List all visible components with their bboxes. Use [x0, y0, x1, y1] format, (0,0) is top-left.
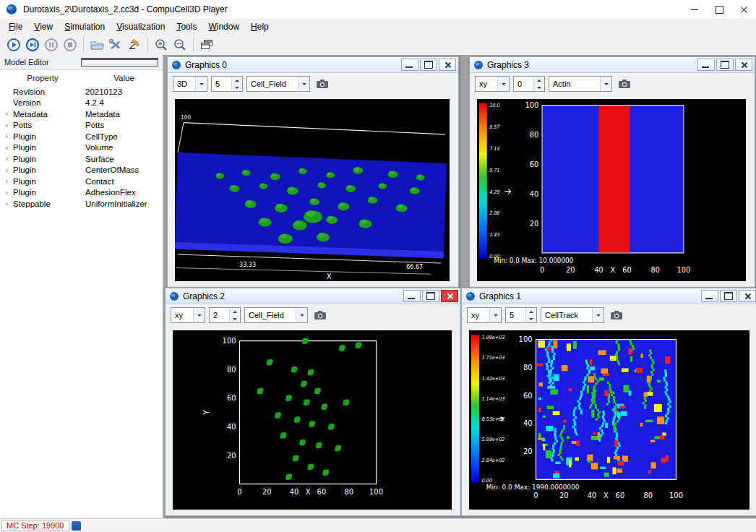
graphics-0-plot[interactable]: 10033.3366.67X: [168, 95, 458, 287]
expand-chevron-icon[interactable]: ›: [0, 144, 13, 152]
tree-column-headers: Property Value: [0, 70, 163, 86]
tree-row[interactable]: ›SteppableUniformInitializer: [0, 198, 163, 210]
chevron-down-icon: [497, 77, 509, 91]
colorbar: [471, 335, 479, 482]
tree-row[interactable]: ›PluginContact: [0, 176, 163, 187]
close-button[interactable]: [739, 290, 756, 302]
plane-spinner[interactable]: 0: [513, 76, 545, 92]
camera-button[interactable]: [312, 307, 329, 323]
expand-chevron-icon[interactable]: ›: [0, 189, 13, 197]
minimize-button[interactable]: [403, 290, 421, 302]
spinner-arrows[interactable]: [229, 308, 240, 322]
menu-help[interactable]: Help: [245, 20, 275, 33]
close-button[interactable]: [439, 59, 456, 71]
menu-simulation[interactable]: Simulation: [59, 20, 111, 33]
tile-windows-button[interactable]: [197, 36, 216, 53]
open-simulation-button[interactable]: [87, 36, 106, 53]
expand-chevron-icon[interactable]: ›: [0, 155, 13, 163]
minimize-button[interactable]: [682, 0, 707, 19]
x-tick-label: 0: [533, 492, 538, 499]
menu-visualization[interactable]: Visualization: [111, 20, 171, 33]
graphics-2-titlebar[interactable]: Graphics 2: [166, 288, 460, 304]
camera-button[interactable]: [314, 76, 331, 92]
expand-chevron-icon[interactable]: ›: [0, 177, 13, 185]
minimize-button[interactable]: [697, 59, 715, 71]
step-button[interactable]: [23, 36, 42, 53]
minimize-button[interactable]: [401, 59, 418, 71]
camera-button[interactable]: [608, 307, 625, 323]
run-button[interactable]: [4, 36, 23, 53]
close-button[interactable]: [731, 0, 756, 19]
stop-button[interactable]: [61, 36, 80, 53]
projection-dropdown[interactable]: xy: [467, 307, 502, 323]
tree-row[interactable]: ›PottsPotts: [0, 120, 163, 132]
float-panel-icon[interactable]: [81, 58, 159, 66]
graphics-3-window: Graphics 3 xy 0 Actin 10.08.577.145.714.…: [469, 56, 755, 288]
expand-chevron-icon[interactable]: ›: [0, 200, 13, 207]
tree-row[interactable]: ›MetadataMetadata: [0, 108, 163, 120]
pause-button[interactable]: [42, 36, 61, 53]
field-dropdown[interactable]: CellTrack: [541, 307, 604, 323]
spinner-arrows[interactable]: [525, 308, 536, 322]
zoom-out-button[interactable]: [171, 36, 189, 53]
spinner-arrows[interactable]: [231, 77, 242, 91]
graphics-2-plot[interactable]: Y10080604020020406080100X: [166, 326, 460, 515]
plane-spinner[interactable]: 5: [211, 76, 243, 92]
field-dropdown[interactable]: Actin: [549, 76, 612, 92]
menu-view[interactable]: View: [28, 20, 59, 33]
graphics-1-plot[interactable]: 1.99e+031.71e+031.42e+031.14e+038.53e+02…: [462, 326, 756, 515]
projection-dropdown[interactable]: xy: [475, 76, 510, 92]
maximize-button[interactable]: [707, 0, 731, 19]
edit-button[interactable]: Z: [125, 36, 144, 53]
graphics-0-titlebar[interactable]: Graphics 0: [168, 57, 458, 73]
restore-button[interactable]: [422, 290, 439, 302]
menu-file[interactable]: File: [3, 20, 28, 33]
field-dropdown[interactable]: Cell_Field: [244, 307, 308, 323]
close-button[interactable]: [441, 290, 458, 302]
zoom-in-button[interactable]: [152, 36, 171, 53]
graphics-3-plot[interactable]: 10.08.577.145.714.292.861.430.00Min: 0.0…: [470, 95, 755, 287]
restore-button[interactable]: [716, 59, 734, 71]
menu-window[interactable]: Window: [202, 20, 245, 33]
chevron-down-icon: [296, 308, 307, 322]
tree-row[interactable]: ›PluginCenterOfMass: [0, 165, 163, 176]
close-button[interactable]: [735, 59, 752, 71]
property-value: Contact: [85, 177, 163, 186]
property-name: Plugin: [13, 177, 85, 186]
stop-icon: [63, 38, 77, 52]
graphics-3-titlebar[interactable]: Graphics 3: [470, 57, 755, 73]
field-dropdown[interactable]: Cell_Field: [246, 76, 310, 92]
tree-row[interactable]: ›PluginVolume: [0, 142, 163, 154]
projection-dropdown[interactable]: xy: [171, 307, 205, 323]
window-icon: [171, 60, 181, 70]
expand-chevron-icon[interactable]: ›: [0, 132, 13, 140]
window-title: Durotaxis_2\Durotaxis_2.cc3d - CompuCell…: [23, 4, 682, 14]
tree-row[interactable]: ›PluginAdhesionFlex: [0, 187, 163, 199]
toolbar-separator: [193, 38, 194, 52]
graphics-0-toolbar: 3D 5 Cell_Field: [168, 73, 458, 95]
plane-spinner[interactable]: 5: [505, 307, 537, 323]
tree-row[interactable]: ›PluginSurface: [0, 153, 163, 165]
restore-button[interactable]: [420, 59, 437, 71]
plane-spinner[interactable]: 2: [209, 307, 241, 323]
minimize-button[interactable]: [701, 290, 718, 302]
expand-chevron-icon[interactable]: ›: [0, 121, 13, 129]
projection-dropdown[interactable]: 3D: [173, 76, 207, 92]
spinner-arrows[interactable]: [533, 77, 544, 91]
x-tick-label: 60: [317, 488, 327, 496]
property-value: CenterOfMass: [85, 166, 163, 174]
dropdown-value: xy: [468, 311, 489, 319]
menu-tools[interactable]: Tools: [171, 20, 202, 33]
camera-button[interactable]: [616, 76, 633, 92]
property-value: AdhesionFlex: [85, 188, 163, 197]
spinner-value: 5: [212, 77, 231, 91]
restore-button[interactable]: [720, 290, 737, 302]
expand-chevron-icon[interactable]: ›: [0, 110, 13, 118]
graphics-1-titlebar[interactable]: Graphics 1: [462, 288, 756, 304]
tree-row[interactable]: Revision20210123: [0, 86, 163, 98]
tree-row[interactable]: ›PluginCellType: [0, 131, 163, 142]
tree-row[interactable]: Version4.2.4: [0, 98, 163, 109]
spinner-value: 0: [514, 77, 533, 91]
expand-chevron-icon[interactable]: ›: [0, 166, 13, 174]
configuration-button[interactable]: [106, 36, 125, 53]
